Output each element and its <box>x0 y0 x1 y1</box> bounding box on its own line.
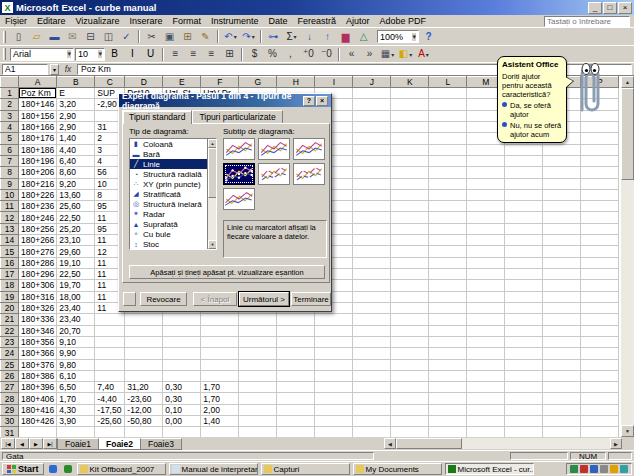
cell-B24[interactable]: 9,90 <box>57 348 95 359</box>
cell-N24[interactable] <box>505 348 543 359</box>
cell-O18[interactable] <box>543 280 581 291</box>
cell-A2[interactable]: 180+146 <box>19 99 57 110</box>
row-header-18[interactable]: 18 <box>1 280 19 291</box>
dialog-help-button[interactable] <box>123 292 136 306</box>
cell-F21[interactable] <box>201 314 239 325</box>
cell-K26[interactable] <box>391 370 429 381</box>
chart-subtype-line-markers[interactable] <box>223 163 255 185</box>
menu-item[interactable]: Ajutor <box>341 15 375 27</box>
align-left-button[interactable]: ≡ <box>167 47 184 62</box>
cell-B1[interactable]: E <box>57 88 95 99</box>
row-header-9[interactable]: 9 <box>1 178 19 189</box>
cell-A24[interactable]: 180+366 <box>19 348 57 359</box>
percent-button[interactable]: % <box>264 47 281 62</box>
scroll-right-arrow[interactable]: ▶ <box>610 438 622 449</box>
cell-H23[interactable] <box>277 336 315 347</box>
cell-B18[interactable]: 19,70 <box>57 280 95 291</box>
cell-C29[interactable]: -17,50 <box>95 404 125 415</box>
cell-J24[interactable] <box>353 348 391 359</box>
cell-B27[interactable]: 6,50 <box>57 382 95 393</box>
sheet-tab[interactable]: Foaie1 <box>57 438 99 450</box>
row-header-28[interactable]: 28 <box>1 393 19 404</box>
cell-P25[interactable] <box>581 359 619 370</box>
cell-N15[interactable] <box>505 246 543 257</box>
scroll-down-arrow[interactable]: ▼ <box>621 425 634 437</box>
menu-item[interactable]: Vizualizare <box>71 15 125 27</box>
cell-O8[interactable] <box>543 167 581 178</box>
cell-E27[interactable]: 0,30 <box>163 382 201 393</box>
taskbar-button-capturi[interactable]: Capturi <box>261 463 350 475</box>
cell-H27[interactable] <box>277 382 315 393</box>
cell-M7[interactable] <box>467 155 505 166</box>
cell-B2[interactable]: 3,20 <box>57 99 95 110</box>
cell-I25[interactable] <box>315 359 353 370</box>
cell-L23[interactable] <box>429 336 467 347</box>
cell-A5[interactable]: 180+176 <box>19 133 57 144</box>
chart-wizard-button[interactable]: ▆ <box>337 29 354 44</box>
cell-J7[interactable] <box>353 155 391 166</box>
cell-B23[interactable]: 9,10 <box>57 336 95 347</box>
cell-P28[interactable] <box>581 393 619 404</box>
cell-N9[interactable] <box>505 178 543 189</box>
row-header-27[interactable]: 27 <box>1 382 19 393</box>
currency-button[interactable]: $ <box>246 47 263 62</box>
cell-D27[interactable]: 31,20 <box>125 382 163 393</box>
cell-N14[interactable] <box>505 235 543 246</box>
cell-J1[interactable] <box>353 88 391 99</box>
cell-O21[interactable] <box>543 314 581 325</box>
spelling-button[interactable]: ✓ <box>118 29 135 44</box>
cell-J21[interactable] <box>353 314 391 325</box>
cell-I31[interactable] <box>315 427 353 437</box>
cell-J9[interactable] <box>353 178 391 189</box>
cell-A18[interactable]: 180+306 <box>19 280 57 291</box>
cell-O31[interactable] <box>543 427 581 437</box>
chart-subtype-stacked-line[interactable] <box>258 138 290 160</box>
cell-J12[interactable] <box>353 212 391 223</box>
row-header-16[interactable]: 16 <box>1 257 19 268</box>
cell-G23[interactable] <box>239 336 277 347</box>
cell-H29[interactable] <box>277 404 315 415</box>
cell-K25[interactable] <box>391 359 429 370</box>
tab-scroll-next-button[interactable]: ▶ <box>29 438 43 449</box>
cell-C27[interactable]: 7,40 <box>95 382 125 393</box>
cell-M29[interactable] <box>467 404 505 415</box>
cell-M6[interactable] <box>467 144 505 155</box>
cell-J13[interactable] <box>353 223 391 234</box>
cell-L24[interactable] <box>429 348 467 359</box>
cell-C26[interactable] <box>95 370 125 381</box>
cell-J29[interactable] <box>353 404 391 415</box>
cell-N11[interactable] <box>505 201 543 212</box>
cell-M28[interactable] <box>467 393 505 404</box>
tray-icon[interactable] <box>610 465 618 473</box>
cell-G21[interactable] <box>239 314 277 325</box>
cell-C31[interactable] <box>95 427 125 437</box>
cell-A26[interactable]: 180+386 <box>19 370 57 381</box>
row-header-8[interactable]: 8 <box>1 167 19 178</box>
cell-D31[interactable] <box>125 427 163 437</box>
cell-F26[interactable] <box>201 370 239 381</box>
new-workbook-button[interactable]: ▯ <box>10 29 27 44</box>
cell-F23[interactable] <box>201 336 239 347</box>
cell-G29[interactable] <box>239 404 277 415</box>
cell-A3[interactable]: 180+156 <box>19 110 57 121</box>
cell-K2[interactable] <box>391 99 429 110</box>
row-header-3[interactable]: 3 <box>1 110 19 121</box>
cell-B21[interactable]: 23,40 <box>57 314 95 325</box>
cell-K9[interactable] <box>391 178 429 189</box>
cell-L15[interactable] <box>429 246 467 257</box>
chart-type-item[interactable]: ◢ Stratificată <box>130 189 216 199</box>
cell-B15[interactable]: 29,60 <box>57 246 95 257</box>
tab-scroll-prev-button[interactable]: ◀ <box>15 438 29 449</box>
column-header-L[interactable]: L <box>429 77 467 88</box>
cell-K27[interactable] <box>391 382 429 393</box>
help-question-input[interactable] <box>544 16 630 27</box>
taskbar-button-excel[interactable]: Microsoft Excel - cur... <box>445 463 534 475</box>
cell-J20[interactable] <box>353 302 391 313</box>
cell-F31[interactable] <box>201 427 239 437</box>
cell-N27[interactable] <box>505 382 543 393</box>
row-header-31[interactable]: 31 <box>1 427 19 437</box>
cell-J18[interactable] <box>353 280 391 291</box>
cell-J8[interactable] <box>353 167 391 178</box>
cell-P8[interactable] <box>581 167 619 178</box>
list-scrollbar[interactable]: ▲ ▼ <box>207 139 216 249</box>
